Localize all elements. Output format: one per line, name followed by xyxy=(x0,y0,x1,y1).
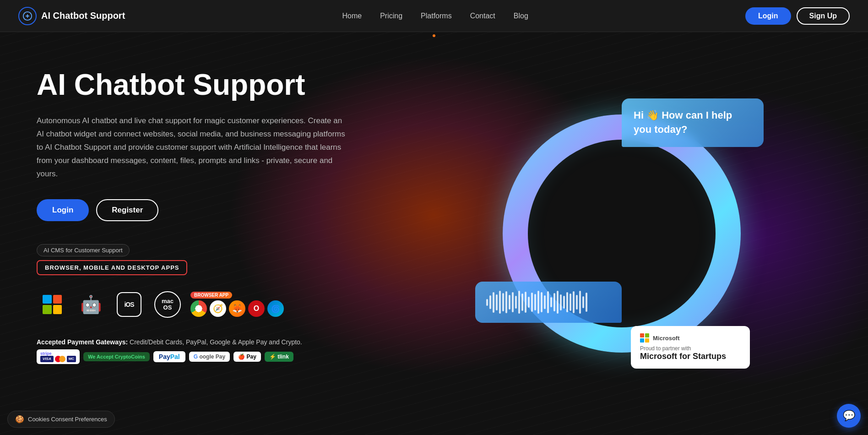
payment-label: Accepted Payment Gateways: Credit/Debit … xyxy=(37,338,348,346)
wave-bar xyxy=(537,291,539,314)
hero-login-button[interactable]: Login xyxy=(37,199,89,221)
wave-bar xyxy=(534,294,536,310)
chat-widget-button[interactable]: 💬 xyxy=(837,404,861,428)
wave-bar xyxy=(505,291,507,313)
cookie-text: Cookies Consent Preferences xyxy=(28,416,107,423)
applepay-box: 🍎 Pay xyxy=(233,352,261,362)
wave-bar xyxy=(573,291,575,313)
nav-link-blog[interactable]: Blog xyxy=(514,12,528,20)
wave-bar xyxy=(582,296,584,308)
nav-link-home[interactable]: Home xyxy=(342,12,362,20)
nav-item-pricing[interactable]: Pricing xyxy=(380,12,402,20)
wave-bar xyxy=(489,295,491,309)
nav-item-contact[interactable]: Contact xyxy=(470,12,495,20)
ms-logo-row: Microsoft xyxy=(640,333,741,343)
wave-bar xyxy=(563,296,565,309)
wave-bar xyxy=(528,297,530,308)
nav-links: Home Pricing Platforms Contact Blog xyxy=(342,12,528,20)
firefox-icon[interactable]: 🦊 xyxy=(229,300,245,317)
hero-left: AI Chatbot Support Autonomous AI chatbot… xyxy=(0,32,375,435)
wave-bar xyxy=(570,294,571,311)
wave-bar xyxy=(586,293,587,312)
edge-icon[interactable]: 🌀 xyxy=(267,300,284,317)
windows-icon xyxy=(43,295,62,314)
google-g: G xyxy=(194,353,198,360)
hero-register-button[interactable]: Register xyxy=(96,199,158,221)
platform-windows[interactable] xyxy=(37,289,68,320)
platforms-badge: BROWSER, MOBILE AND DESKTOP APPS xyxy=(37,260,187,275)
logo-icon xyxy=(18,7,37,25)
hero-buttons: Login Register xyxy=(37,199,348,221)
wave-bar xyxy=(553,293,555,311)
chrome-icon[interactable] xyxy=(190,300,207,317)
paypal-pay: Pay xyxy=(159,353,170,360)
browser-icons: 🧭 🦊 O 🌀 xyxy=(190,300,284,317)
card-icons: VISA MC xyxy=(40,356,76,362)
payment-section: Accepted Payment Gateways: Credit/Debit … xyxy=(37,338,348,364)
tlink-box: ⚡ tlink xyxy=(265,352,293,362)
android-icon: 🤖 xyxy=(80,294,102,315)
wave-bar xyxy=(493,292,494,313)
ring-container: Hi 👋 How can I help you today? Microsoft xyxy=(484,85,759,382)
platform-ios[interactable]: iOS xyxy=(114,289,145,320)
navbar: AI Chatbot Support Home Pricing Platform… xyxy=(0,0,868,32)
mastercard-badge xyxy=(55,356,65,362)
wave-bar xyxy=(521,294,523,311)
wave-bar xyxy=(576,295,578,310)
windows-pane-2 xyxy=(53,295,62,304)
wave-bar xyxy=(496,294,498,310)
nav-actions: Login Sign Up xyxy=(745,7,850,25)
paypal-box: PayPal xyxy=(153,351,185,362)
amex-badge: MC xyxy=(67,356,76,362)
nav-signup-button[interactable]: Sign Up xyxy=(797,7,850,25)
wave-bar xyxy=(579,291,581,314)
payment-desc: Credit/Debit Cards, PayPal, Google & App… xyxy=(130,338,302,346)
safari-icon[interactable]: 🧭 xyxy=(210,300,226,317)
nav-item-blog[interactable]: Blog xyxy=(514,12,528,20)
platform-icons: 🤖 iOS mac OS BROWSER APP 🧭 xyxy=(37,289,348,320)
nav-link-pricing[interactable]: Pricing xyxy=(380,12,402,20)
logo[interactable]: AI Chatbot Support xyxy=(18,7,125,25)
microsoft-badge: Microsoft Proud to partner with Microsof… xyxy=(631,326,750,369)
ms-startup-text: Microsoft for Startups xyxy=(640,352,741,361)
payment-row: stripe VISA MC We Accept CryptoCoins xyxy=(37,349,348,364)
browser-app-badge: BROWSER APP xyxy=(190,292,232,299)
wave-bar xyxy=(499,291,501,314)
wave-bar xyxy=(486,299,488,306)
googlepay-box: G oogle Pay xyxy=(189,352,230,362)
wave-bar xyxy=(544,295,546,309)
opera-icon[interactable]: O xyxy=(248,300,265,317)
badge-group: AI CMS for Customer Support BROWSER, MOB… xyxy=(37,244,348,275)
windows-pane-3 xyxy=(43,305,52,314)
ms-square-4 xyxy=(645,338,649,343)
mc-circle-right xyxy=(59,356,65,362)
cms-badge: AI CMS for Customer Support xyxy=(37,244,130,256)
nav-login-button[interactable]: Login xyxy=(745,7,791,25)
wave-bar xyxy=(557,291,559,314)
wave-bar xyxy=(541,292,542,312)
ms-square-2 xyxy=(645,333,649,337)
ms-square-1 xyxy=(640,333,644,337)
platform-macos[interactable]: mac OS xyxy=(152,289,183,320)
chat-bubble-top: Hi 👋 How can I help you today? xyxy=(622,98,764,147)
wave-bar xyxy=(502,293,504,311)
platform-android[interactable]: 🤖 xyxy=(75,289,106,320)
wave-bar xyxy=(560,294,562,310)
nav-item-home[interactable]: Home xyxy=(342,12,362,20)
chat-bubble-text: Hi 👋 How can I help you today? xyxy=(634,109,752,137)
stripe-label: stripe xyxy=(40,351,52,356)
cookie-icon: 🍪 xyxy=(15,415,24,424)
windows-pane-4 xyxy=(53,305,62,314)
wave-bar xyxy=(518,291,520,314)
hero-section: AI Chatbot Support Autonomous AI chatbot… xyxy=(0,32,868,435)
wave-bar xyxy=(566,292,568,312)
wave-bar xyxy=(509,295,510,310)
nav-link-contact[interactable]: Contact xyxy=(470,12,495,20)
nav-item-platforms[interactable]: Platforms xyxy=(421,12,452,20)
cookie-bar[interactable]: 🍪 Cookies Consent Preferences xyxy=(7,411,115,428)
google-pay: oogle Pay xyxy=(199,353,225,360)
ms-squares xyxy=(640,333,649,343)
wave-bars xyxy=(486,291,587,314)
nav-link-platforms[interactable]: Platforms xyxy=(421,12,452,20)
ms-partner-text: Proud to partner with xyxy=(640,345,741,352)
